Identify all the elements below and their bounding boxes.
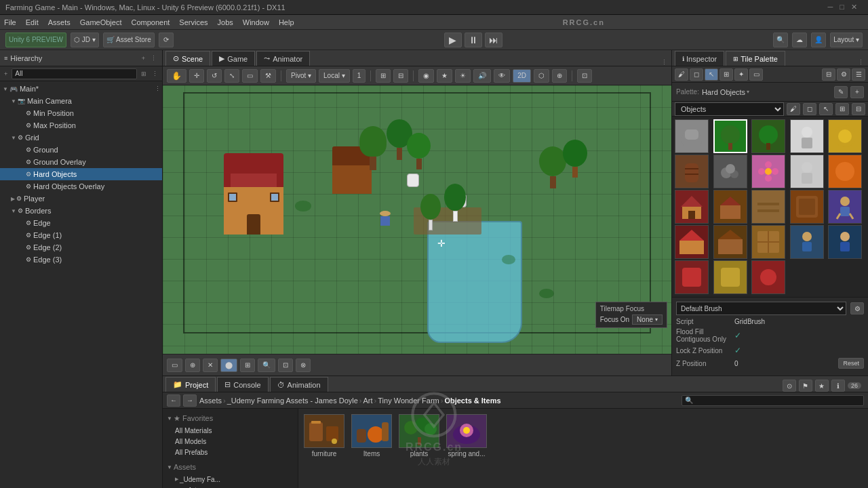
- art-folder[interactable]: ▼Art: [165, 485, 295, 488]
- hierarchy-item-edge-2[interactable]: ⚙ Edge (2): [0, 241, 162, 253]
- local-toggle[interactable]: Local ▾: [319, 69, 350, 83]
- tile-house-brown[interactable]: [713, 225, 747, 259]
- menu-edit[interactable]: Edit: [26, 18, 39, 26]
- udemy-folder[interactable]: ▶_Udemy Fa...: [165, 474, 295, 485]
- tab-tile-palette[interactable]: ⊞ Tile Palette: [726, 51, 785, 66]
- 2d-btn[interactable]: 2D: [513, 69, 531, 83]
- move-tool[interactable]: ✛: [189, 69, 204, 83]
- tile-fence[interactable]: [751, 190, 785, 224]
- extra-btn[interactable]: ⊗: [296, 359, 311, 372]
- file-furniture[interactable]: furniture: [304, 414, 344, 458]
- rotate-tool[interactable]: ↺: [207, 69, 222, 83]
- tile-char-1[interactable]: [790, 119, 824, 153]
- search-scene[interactable]: 🔍: [258, 359, 275, 372]
- paint-brush-btn[interactable]: 🖌: [675, 68, 688, 81]
- tile-rocks-1[interactable]: [675, 119, 709, 153]
- paint-tool[interactable]: ⬤: [220, 359, 237, 372]
- brush-select[interactable]: Default Brush: [676, 302, 846, 315]
- scale-tool[interactable]: ⤡: [224, 69, 239, 83]
- hand-tool[interactable]: ✋: [167, 69, 186, 83]
- box-fill-btn[interactable]: ▭: [749, 68, 763, 81]
- erase-tool[interactable]: ✕: [203, 359, 218, 372]
- category-select[interactable]: Objects: [675, 102, 784, 116]
- cat-fill[interactable]: ⊞: [835, 103, 849, 115]
- tile-character-run[interactable]: [828, 190, 862, 224]
- tab-animation[interactable]: ⏱ Animation: [270, 377, 328, 392]
- bc-art[interactable]: Art: [363, 396, 373, 405]
- hierarchy-search[interactable]: [12, 68, 137, 79]
- bc-objects[interactable]: Objects & Items: [444, 396, 500, 405]
- fill-tool[interactable]: ⊞: [240, 359, 255, 372]
- tile-tan-obj[interactable]: [713, 260, 747, 294]
- select-tile-btn[interactable]: ↖: [705, 68, 718, 81]
- hierarchy-item-edge-3[interactable]: ⚙ Edge (3): [0, 253, 162, 266]
- snap-value[interactable]: 1: [353, 69, 366, 83]
- tile-barrel[interactable]: [675, 155, 709, 188]
- file-items[interactable]: Items: [351, 414, 392, 458]
- hierarchy-item-borders[interactable]: ▼ ⚙ Borders: [0, 205, 162, 217]
- custom-tool[interactable]: ⚒: [260, 69, 276, 83]
- tile-crate-1[interactable]: [751, 225, 785, 259]
- hierarchy-item-hard-objects[interactable]: ⚙ Hard Objects: [0, 168, 162, 180]
- file-spring[interactable]: spring and...: [446, 414, 487, 458]
- main-options[interactable]: ⋮: [153, 85, 162, 92]
- menu-help[interactable]: Help: [279, 18, 294, 26]
- audio-btn[interactable]: 🔊: [473, 69, 491, 83]
- palette-btn[interactable]: ⊡: [278, 359, 293, 372]
- account-button[interactable]: 👤: [811, 33, 826, 47]
- bc-assets[interactable]: Assets: [199, 396, 222, 405]
- refresh-button[interactable]: ⟳: [159, 33, 174, 47]
- lock-z-check[interactable]: ✓: [734, 346, 741, 355]
- right-panel-options[interactable]: ⋮: [856, 59, 865, 66]
- fill-tile-btn[interactable]: ⊞: [719, 68, 733, 81]
- tile-char-2[interactable]: [790, 155, 824, 188]
- tile-house-red-big[interactable]: [675, 225, 709, 259]
- reset-button[interactable]: Reset: [838, 358, 864, 369]
- settings-btn[interactable]: ⚙: [837, 68, 850, 81]
- hierarchy-more[interactable]: ⋮: [151, 70, 159, 77]
- cloud-button[interactable]: ☁: [792, 33, 807, 47]
- cat-paint[interactable]: 🖌: [787, 103, 800, 115]
- layout-dropdown[interactable]: Layout ▾: [830, 33, 863, 47]
- branch-dropdown[interactable]: ⬡ JD ▾: [71, 33, 99, 47]
- hierarchy-item-hard-objects-overlay[interactable]: ⚙ Hard Objects Overlay: [0, 180, 162, 192]
- layout-snap-btn[interactable]: ⊡: [577, 69, 592, 83]
- tile-orange-1[interactable]: [828, 155, 862, 188]
- unity-logo[interactable]: Unity 6 PREVIEW: [5, 33, 66, 47]
- tab-inspector[interactable]: ℹ Inspector: [675, 51, 724, 66]
- hierarchy-item-main-camera[interactable]: ▼ 📷 Main Camera: [0, 95, 162, 107]
- play-button[interactable]: ▶: [444, 33, 462, 47]
- tile-brown-1[interactable]: [790, 190, 824, 224]
- bottom-panel-btn1[interactable]: ⊙: [783, 380, 796, 392]
- tile-char-4[interactable]: [828, 225, 862, 259]
- light-btn[interactable]: ☀: [455, 69, 471, 83]
- cat-grid[interactable]: ⊟: [852, 103, 865, 115]
- tile-tree-selected[interactable]: [713, 119, 747, 153]
- cat-select[interactable]: ↖: [819, 103, 833, 115]
- cat-erase[interactable]: ◻: [803, 103, 816, 115]
- hierarchy-add-small[interactable]: +: [3, 70, 9, 77]
- overlay-btn[interactable]: ⊕: [552, 69, 567, 83]
- asset-store-button[interactable]: 🛒 Asset Store: [103, 33, 155, 47]
- bottom-panel-btn3[interactable]: ★: [815, 380, 829, 392]
- fav-all-models[interactable]: All Models: [165, 436, 295, 447]
- bottom-panel-btn2[interactable]: ⚑: [799, 380, 812, 392]
- step-button[interactable]: ⏭: [485, 33, 502, 47]
- bottom-panel-btn4[interactable]: ℹ: [831, 380, 845, 392]
- focus-none-dropdown[interactable]: None ▾: [632, 314, 663, 325]
- menu-jobs[interactable]: Jobs: [218, 18, 233, 26]
- hierarchy-options[interactable]: ⊞: [140, 70, 148, 77]
- hierarchy-item-player[interactable]: ▶ ⚙ Player: [0, 192, 162, 205]
- scene-view[interactable]: ✛ Tilemap Focus Focus On None ▾: [163, 85, 671, 354]
- hierarchy-item-min-position[interactable]: ⚙ Min Position: [0, 107, 162, 119]
- tab-console[interactable]: ⊟ Console: [217, 377, 268, 392]
- menu-gameobject[interactable]: GameObject: [80, 18, 122, 26]
- bc-udemy[interactable]: _Udemy Farming Assets - James Doyle: [227, 396, 358, 405]
- marquee-tool[interactable]: ▭: [167, 359, 182, 372]
- tile-small-red[interactable]: [751, 260, 785, 294]
- flood-fill-check[interactable]: ✓: [734, 331, 741, 340]
- hierarchy-item-grid[interactable]: ▼ ⚙ Grid: [0, 131, 162, 144]
- fx-btn[interactable]: ★: [437, 69, 452, 83]
- menu-assets[interactable]: Assets: [48, 18, 71, 26]
- hierarchy-menu-button[interactable]: ⋮: [149, 55, 158, 62]
